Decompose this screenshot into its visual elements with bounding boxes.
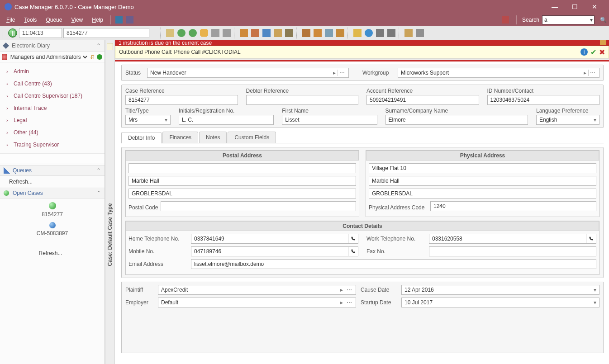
folder-icon[interactable] bbox=[239, 28, 249, 38]
print-icon[interactable] bbox=[375, 28, 385, 38]
tab-custom-fields[interactable]: Custom Fields bbox=[228, 132, 276, 143]
fax-field[interactable] bbox=[429, 246, 596, 256]
firstname-field[interactable]: Lisset bbox=[282, 115, 377, 125]
menu-help[interactable]: Help bbox=[87, 15, 108, 25]
globe-icon[interactable] bbox=[364, 28, 374, 38]
open-case-2[interactable]: CM-5083897 bbox=[37, 222, 68, 236]
open-cases-collapse-icon[interactable]: ⌃ bbox=[96, 190, 101, 196]
search-box[interactable]: ▾ bbox=[542, 15, 595, 24]
minimize-button[interactable]: — bbox=[545, 0, 565, 14]
calendar-icon[interactable] bbox=[262, 28, 271, 38]
electronic-diary-header[interactable]: Electronic Diary ⌃ bbox=[0, 40, 105, 52]
physical-line1[interactable]: Village Flat 10 bbox=[369, 163, 596, 173]
collapse-icon[interactable]: ⌃ bbox=[96, 43, 101, 49]
idnum-field[interactable]: 1203046375024 bbox=[487, 95, 600, 105]
postal-line2[interactable]: Marble Hall bbox=[128, 176, 356, 186]
cases-refresh-link[interactable]: Refresh... bbox=[38, 247, 66, 259]
employer-field[interactable]: Default▸⋯ bbox=[158, 298, 356, 307]
physical-line2[interactable]: Marble Hall bbox=[369, 176, 596, 186]
menu-shortcut-icon-2[interactable] bbox=[126, 16, 133, 24]
work-phone-field[interactable]: 0331620558 bbox=[429, 234, 586, 244]
tree-call-centre-supervisor[interactable]: ›Call Centre Supervisor (187) bbox=[2, 90, 105, 102]
cancel-icon[interactable] bbox=[199, 28, 209, 38]
case-type-side-label: Case: Default Case Type bbox=[105, 40, 115, 364]
user-icon[interactable] bbox=[273, 28, 283, 38]
dial-work-icon[interactable] bbox=[586, 234, 596, 244]
tree-other[interactable]: ›Other (44) bbox=[2, 126, 105, 138]
window-close-button[interactable]: ✕ bbox=[585, 0, 604, 14]
gavel-icon[interactable] bbox=[284, 28, 294, 38]
surname-field[interactable]: Elmore bbox=[385, 115, 528, 125]
workgroup-field[interactable]: Microworks Support▸⋯ bbox=[398, 68, 599, 78]
accref-label: Account Reference bbox=[366, 88, 479, 94]
mobile-field[interactable]: 047189746 bbox=[191, 246, 348, 256]
accref-field[interactable]: 509204219491 bbox=[366, 95, 479, 105]
search-dropdown-icon[interactable]: ▾ bbox=[588, 17, 594, 23]
pause-button[interactable] bbox=[8, 28, 18, 38]
glasses-icon[interactable] bbox=[415, 28, 425, 38]
tree-internal-trace[interactable]: ›Internal Trace bbox=[2, 102, 105, 114]
physical-line3[interactable]: GROBLERSDAL bbox=[369, 189, 596, 199]
search-button-icon[interactable]: 🔍 bbox=[599, 16, 607, 24]
people-icon[interactable] bbox=[313, 28, 323, 38]
home-phone-field[interactable]: 0337841649 bbox=[191, 234, 348, 244]
postal-line3[interactable]: GROBLERSDAL bbox=[128, 189, 356, 199]
startup-date-field[interactable]: 10 Jul 2017 bbox=[401, 298, 599, 307]
dismiss-icon[interactable]: ✖ bbox=[599, 48, 605, 57]
open-cases-header[interactable]: Open Cases ⌃ bbox=[0, 188, 105, 199]
alert-folder-icon[interactable] bbox=[600, 40, 606, 45]
confirm-icon[interactable]: ✔ bbox=[590, 48, 596, 57]
debref-field[interactable] bbox=[246, 95, 359, 105]
tab-finances[interactable]: Finances bbox=[162, 132, 198, 143]
device-icon[interactable] bbox=[386, 28, 396, 38]
physical-code-field[interactable]: 1240 bbox=[430, 201, 596, 211]
tree-legal[interactable]: ›Legal bbox=[2, 114, 105, 126]
books-icon[interactable] bbox=[250, 28, 260, 38]
alert-indicator-icon[interactable] bbox=[502, 16, 509, 24]
tab-notes[interactable]: Notes bbox=[199, 132, 227, 143]
green-ball-icon bbox=[4, 190, 9, 196]
language-field[interactable]: English bbox=[536, 115, 599, 125]
dial-home-icon[interactable] bbox=[348, 234, 358, 244]
initials-field[interactable]: L. C. bbox=[179, 115, 274, 125]
tree-admin[interactable]: ›Admin bbox=[2, 65, 105, 77]
tab-debtor-info[interactable]: Debtor Info bbox=[121, 132, 162, 143]
building-icon[interactable] bbox=[324, 28, 334, 38]
star-icon[interactable] bbox=[352, 28, 362, 38]
person-icon[interactable] bbox=[301, 28, 311, 38]
menu-tools[interactable]: Tools bbox=[19, 15, 41, 25]
title-field[interactable]: Mrs bbox=[125, 115, 171, 125]
maximize-button[interactable]: ☐ bbox=[565, 0, 585, 14]
queues-collapse-icon[interactable]: ⌃ bbox=[96, 167, 101, 174]
dial-mobile-icon[interactable] bbox=[348, 246, 358, 256]
menu-queue[interactable]: Queue bbox=[41, 15, 67, 25]
postal-line1[interactable] bbox=[128, 163, 356, 173]
box-icon[interactable] bbox=[335, 28, 345, 38]
user2-icon[interactable] bbox=[404, 28, 414, 38]
info-icon[interactable]: i bbox=[580, 48, 588, 56]
add-icon[interactable] bbox=[188, 28, 198, 38]
refresh-icon[interactable] bbox=[176, 28, 186, 38]
tree-call-centre[interactable]: ›Call Centre (43) bbox=[2, 77, 105, 90]
refresh-small-icon[interactable] bbox=[96, 53, 103, 61]
status-field[interactable]: New Handover▸⋯ bbox=[147, 68, 349, 78]
cause-date-field[interactable]: 12 Apr 2016 bbox=[401, 285, 599, 295]
caseref-field[interactable]: 8154277 bbox=[125, 95, 238, 105]
plaintiff-field[interactable]: ApexCredit▸⋯ bbox=[158, 285, 356, 295]
postal-code-field[interactable] bbox=[161, 201, 356, 211]
managers-dropdown[interactable]: Managers and Administrators bbox=[9, 53, 89, 61]
save-icon[interactable] bbox=[165, 28, 175, 38]
tree-tracing-supervisor[interactable]: ›Tracing Supervisor bbox=[2, 138, 105, 151]
open-case-1[interactable]: 8154277 bbox=[42, 202, 63, 217]
email-field[interactable]: lisset.elmore@mailbox.demo bbox=[191, 259, 596, 269]
queues-refresh-link[interactable]: Refresh... bbox=[0, 176, 105, 188]
tree-toggle-icon[interactable]: ⇵ bbox=[90, 53, 96, 61]
menu-shortcut-icon-1[interactable] bbox=[115, 16, 123, 24]
search-input[interactable] bbox=[542, 16, 588, 24]
list-icon[interactable] bbox=[210, 28, 220, 38]
queues-header[interactable]: Queues ⌃ bbox=[0, 165, 105, 176]
firstname-label: First Name bbox=[282, 108, 377, 114]
list2-icon[interactable] bbox=[222, 28, 232, 38]
menu-view[interactable]: View bbox=[67, 15, 87, 25]
menu-file[interactable]: File bbox=[2, 15, 19, 25]
